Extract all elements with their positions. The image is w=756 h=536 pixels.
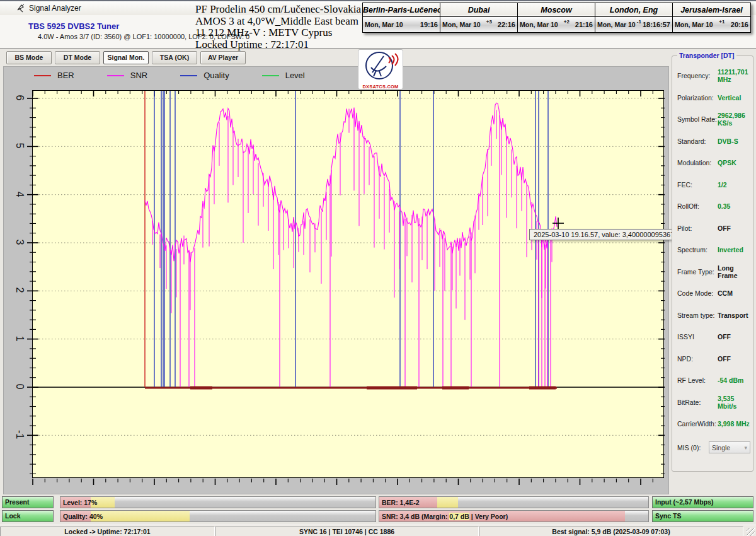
clock-offset: -1	[637, 19, 641, 25]
resize-grip-icon[interactable]	[747, 528, 755, 536]
clock-time: 18:16:57	[643, 21, 670, 28]
clock-city-label: Dubai	[440, 3, 517, 17]
site-description: PF Prodelin 450 cm/Lučenec-Slovakia AMOS…	[195, 4, 361, 50]
transponder-row: FEC:1/2	[677, 174, 750, 196]
y-axis-label: 4	[13, 188, 25, 201]
signal-analyzer-window: Signal Analyzer TBS 5925 DVBS2 Tuner 4.0…	[0, 0, 756, 536]
chevron-down-icon: ▾	[744, 445, 747, 451]
clock-jerusalem: Jerusalem-Israel Mon, Mar 10+120:16	[673, 3, 750, 32]
transponder-row-label: ISSYI	[677, 333, 694, 341]
statusbar-best-signal: Best signal: 5,9 dB (2025-03-09 07:03)	[479, 527, 743, 536]
tab-signal-mon[interactable]: Signal Mon.	[103, 51, 149, 64]
clock-date: Mon, Mar 10	[365, 21, 403, 28]
lock-indicator: Lock	[2, 510, 54, 522]
transponder-row-label: Polarization:	[677, 94, 714, 102]
tab-bs-mode[interactable]: BS Mode	[6, 51, 52, 64]
transponder-row-label: Frequency:	[677, 72, 711, 79]
logo-text: DXSATCS.COM	[358, 84, 403, 90]
transponder-row-label: Symbol Rate:	[677, 115, 717, 123]
transponder-row-value: 3,998 MHz	[718, 420, 750, 428]
present-indicator: Present	[2, 496, 54, 508]
chart-panel: BERSNRQualityLevel 2025-03-10 19.16.57, …	[3, 66, 669, 494]
quality-bar: Quality: 40%	[60, 510, 376, 522]
clock-offset: +3	[486, 19, 492, 25]
y-axis-label: 3	[13, 236, 25, 248]
transponder-row-label: Standard:	[677, 137, 706, 145]
transponder-row: CarrierWidth:3,998 MHz	[677, 413, 750, 435]
input-indicator: Input (~2,57 Mbps)	[652, 496, 753, 508]
transponder-row-value: Vertical	[718, 94, 750, 102]
legend-label: Level	[285, 71, 305, 80]
transponder-row-value: QPSK	[718, 159, 750, 166]
transponder-row-label: Spectrum:	[677, 246, 707, 253]
clock-time: 20:16	[731, 21, 748, 28]
statusbar-sync-counts: SYNC 16 | TEI 10746 | CC 1886	[215, 527, 479, 536]
mis-dropdown[interactable]: Single ▾	[709, 441, 750, 453]
transponder-row-value: 2962,986 KS/s	[718, 112, 750, 127]
legend-line-swatch	[180, 75, 197, 76]
clock-date: Mon, Mar 10	[597, 21, 636, 28]
clock-london: London, Eng Mon, Mar 10-118:16:57	[595, 3, 673, 32]
transponder-row-label: FEC:	[677, 181, 692, 189]
y-axis-label: 2	[13, 284, 25, 296]
transponder-row-label: CarrierWidth:	[677, 420, 716, 428]
clock-time: 22:16	[498, 21, 515, 28]
transponder-row-label: Pilot:	[677, 224, 692, 232]
window-title: Signal Analyzer	[29, 4, 81, 13]
tab-tsa[interactable]: TSA (OK)	[152, 51, 197, 64]
clock-date: Mon, Mar 10	[442, 21, 481, 28]
transponder-row-label: Stream type:	[677, 312, 715, 319]
ber-bar: BER: 1,4E-2	[379, 496, 649, 508]
dxsatcs-logo: DXSATCS.COM	[358, 49, 403, 90]
transponder-row-label: RollOff:	[677, 202, 699, 210]
chart-tooltip: 2025-03-10 19.16.57, value: 3,4000000953…	[529, 229, 687, 240]
tab-dt-mode[interactable]: DT Mode	[55, 51, 100, 64]
tuner-name: TBS 5925 DVBS2 Tuner	[28, 21, 119, 31]
sync-ts-indicator: Sync TS	[652, 510, 753, 522]
transponder-row-value: 11211,701 MHz	[718, 68, 750, 83]
level-bar: Level: 17%	[60, 496, 376, 508]
mis-row: MIS (0): Single ▾	[677, 441, 750, 453]
snr-bar-label: SNR: 3,4 dB (Margin: 0,7 dB | Very Poor)	[382, 513, 508, 520]
transponder-row: Code Mode:CCM	[677, 283, 750, 305]
transponder-row: Standard:DVB-S	[677, 131, 750, 153]
transponder-row-value: 3,535 Mbit/s	[718, 395, 750, 410]
transponder-row-value: 0.35	[718, 202, 750, 210]
legend-label: Quality	[203, 71, 229, 80]
clock-city-label: Jerusalem-Israel	[673, 3, 750, 17]
legend-item: BER	[34, 71, 74, 80]
y-axis-label: 5	[13, 139, 25, 152]
clock-city-label: Berlin-Paris-Lučenec	[363, 3, 440, 17]
clock-date: Mon, Mar 10	[520, 21, 558, 28]
clock-date: Mon, Mar 10	[675, 21, 713, 28]
statusbar-uptime: Locked -> Uptime: 72:17:01	[0, 527, 215, 536]
satellite-dish-logo-icon	[358, 50, 403, 81]
y-axis-label: 6	[13, 91, 25, 104]
signal-chart[interactable]: 2025-03-10 19.16.57, value: 3,4000000953…	[32, 90, 664, 478]
transponder-row-value: OFF	[718, 333, 750, 341]
status-bar: Locked -> Uptime: 72:17:01 SYNC 16 | TEI…	[0, 525, 756, 536]
legend-item: Quality	[180, 71, 229, 80]
transponder-row: ISSYIOFF	[677, 326, 750, 348]
tab-av-player[interactable]: AV Player	[200, 51, 246, 64]
transponder-row-value: -54 dBm	[718, 376, 750, 384]
quality-bar-label: Quality: 40%	[63, 513, 103, 520]
legend-line-swatch	[262, 75, 279, 76]
transponder-row-value: OFF	[718, 224, 750, 232]
transponder-row: NPD:OFF	[677, 348, 750, 370]
transponder-row: BitRate:3,535 Mbit/s	[677, 392, 750, 414]
clock-berlin: Berlin-Paris-Lučenec Mon, Mar 1019:16	[363, 3, 440, 32]
clock-moscow: Moscow Mon, Mar 10+221:16	[518, 3, 595, 32]
y-axis-label: 0	[13, 380, 25, 393]
legend-label: BER	[57, 71, 74, 80]
clock-time: 21:16	[575, 21, 593, 28]
transponder-row-value: OFF	[718, 355, 750, 363]
transponder-row: Polarization:Vertical	[677, 87, 750, 109]
legend-line-swatch	[34, 75, 51, 76]
clock-offset: +2	[564, 19, 570, 25]
y-axis-label: -1	[13, 428, 25, 441]
transponder-row-label: Modulation:	[677, 159, 711, 166]
legend-line-swatch	[107, 75, 124, 76]
clock-dubai: Dubai Mon, Mar 10+322:16	[440, 3, 518, 32]
legend-label: SNR	[130, 71, 147, 80]
